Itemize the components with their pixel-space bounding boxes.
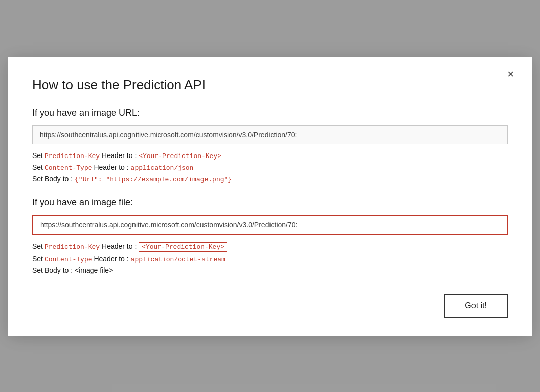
value-prediction-key-1: <Your-Prediction-Key> [139, 152, 221, 160]
instruction-line-5: Set Content-Type Header to : application… [32, 255, 508, 263]
url-input-box-file[interactable]: https://southcentralus.api.cognitive.mic… [32, 215, 508, 235]
section-file: If you have an image file: https://south… [32, 197, 508, 274]
key-content-type-1: Content-Type [45, 164, 92, 172]
key-prediction-key-2: Prediction-Key [45, 243, 100, 251]
got-it-button[interactable]: Got it! [444, 294, 508, 318]
section-file-heading: If you have an image file: [32, 197, 508, 208]
instruction-line-2: Set Content-Type Header to : application… [32, 163, 508, 172]
value-body-1: {"Url": "https://example.com/image.png"} [75, 176, 232, 183]
dialog-title: How to use the Prediction API [32, 77, 508, 93]
dialog-footer: Got it! [32, 294, 508, 318]
close-button[interactable]: × [503, 67, 518, 82]
section-url-heading: If you have an image URL: [32, 108, 508, 118]
value-content-type-2: application/octet-stream [131, 256, 225, 263]
dialog: × How to use the Prediction API If you h… [8, 57, 532, 336]
instruction-line-4: Set Prediction-Key Header to : <Your-Pre… [32, 242, 508, 252]
instruction-line-3: Set Body to : {"Url": "https://example.c… [32, 175, 508, 183]
instruction-line-6: Set Body to : <image file> [32, 266, 508, 274]
modal-overlay: × How to use the Prediction API If you h… [0, 0, 540, 392]
section-url: If you have an image URL: https://southc… [32, 108, 508, 183]
key-prediction-key-1: Prediction-Key [45, 152, 100, 160]
value-prediction-key-2: <Your-Prediction-Key> [139, 242, 227, 252]
url-input-box[interactable]: https://southcentralus.api.cognitive.mic… [32, 125, 508, 144]
value-content-type-1: application/json [131, 164, 194, 172]
key-content-type-2: Content-Type [45, 256, 92, 263]
instruction-line-1: Set Prediction-Key Header to : <Your-Pre… [32, 151, 508, 160]
